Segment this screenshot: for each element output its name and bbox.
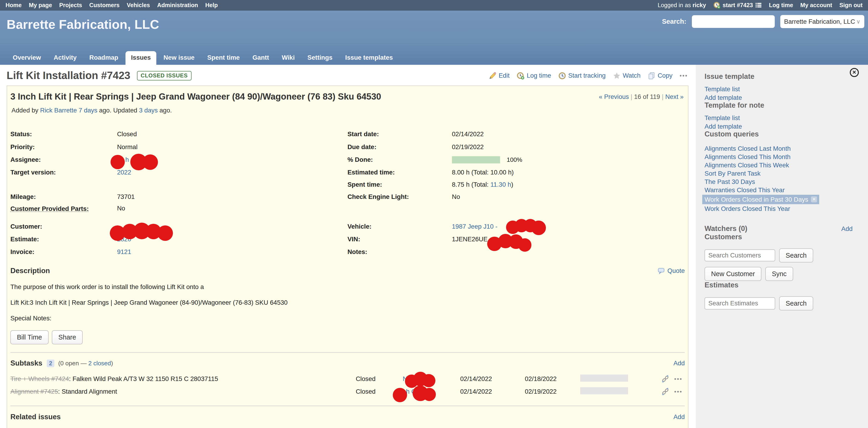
estimated-time-label: Estimated time: <box>347 169 452 176</box>
project-jump-select[interactable]: Barrette Fabrication, LLC ∨ <box>780 15 864 28</box>
subtask-status: Closed <box>356 388 395 395</box>
customer-provided-parts-label: Customer Provided Parts: <box>10 205 89 212</box>
custom-query-link[interactable]: Alignments Closed Last Month <box>705 145 790 152</box>
total-spent-time-link[interactable]: 11.30 h <box>490 181 511 188</box>
tab-issues[interactable]: Issues <box>125 51 156 64</box>
add-related-issue-link[interactable]: Add <box>674 413 685 421</box>
issue-template-heading: Issue template <box>705 73 859 81</box>
subtask-more-button[interactable]: ••• <box>674 388 682 395</box>
search-customers-input[interactable] <box>705 249 775 262</box>
subtasks-summary: (0 open — 2 closed) <box>58 360 113 367</box>
redaction-mark <box>531 221 546 235</box>
topbar-help[interactable]: Help <box>205 2 218 8</box>
tab-issue-templates[interactable]: Issue templates <box>340 51 398 64</box>
updated-ago-link[interactable]: 3 days <box>139 107 158 114</box>
share-button[interactable]: Share <box>52 330 83 344</box>
issue-details-box: « Previous | 16 of 119 | Next » 3 Inch L… <box>7 86 689 428</box>
template-list-link[interactable]: Template list <box>705 86 859 93</box>
edit-button[interactable]: Edit <box>489 72 510 80</box>
topbar-administration[interactable]: Administration <box>157 2 198 8</box>
subtask-assignee[interactable]: N <box>395 375 460 382</box>
tab-gantt[interactable]: Gantt <box>247 51 274 64</box>
topbar-log-time[interactable]: Log time <box>769 2 793 8</box>
tab-wiki[interactable]: Wiki <box>276 51 300 64</box>
log-time-button[interactable]: Log time <box>517 72 551 80</box>
created-ago-link[interactable]: 7 days <box>79 107 97 114</box>
unlink-icon[interactable] <box>661 388 669 396</box>
tab-roadmap[interactable]: Roadmap <box>84 51 124 64</box>
topbar-my-page[interactable]: My page <box>29 2 52 8</box>
tab-new-issue[interactable]: New issue <box>158 51 200 64</box>
topbar-sign-out[interactable]: Sign out <box>839 2 863 8</box>
subtasks-heading: Subtasks <box>10 359 42 367</box>
redaction-mark <box>524 219 537 232</box>
add-template-link[interactable]: Add template <box>705 94 859 101</box>
start-tracking-button[interactable]: Start tracking <box>558 72 606 80</box>
star-icon <box>613 72 621 80</box>
subtask-progress-bar <box>580 387 628 394</box>
next-issue-link[interactable]: Next » <box>665 93 684 100</box>
search-input[interactable] <box>692 15 775 28</box>
topbar-customers[interactable]: Customers <box>89 2 120 8</box>
copy-button[interactable]: Copy <box>648 72 673 80</box>
invoice-link[interactable]: 9121 <box>117 248 131 255</box>
add-subtask-link[interactable]: Add <box>674 360 685 367</box>
watch-button[interactable]: Watch <box>613 72 641 80</box>
tracker-list-icon[interactable] <box>755 2 762 8</box>
custom-query-link[interactable]: Warranties Closed This Year <box>705 187 785 194</box>
previous-issue-link[interactable]: « Previous <box>599 93 629 100</box>
custom-query-link[interactable]: Alignments Closed This Month <box>705 153 790 161</box>
sync-button[interactable]: Sync <box>765 267 793 281</box>
unlink-icon[interactable] <box>661 375 669 383</box>
note-add-template-link[interactable]: Add template <box>705 123 859 130</box>
subtask-title: Falken Wild Peak A/T3 W 32 1150 R15 C 28… <box>72 375 218 382</box>
custom-query-selected[interactable]: Work Orders Closed in Past 30 Days✕ <box>702 195 819 204</box>
custom-query-link[interactable]: Sort By Parent Task <box>705 170 761 177</box>
tab-activity[interactable]: Activity <box>48 51 82 64</box>
estimates-heading: Estimates <box>705 281 859 289</box>
tab-spent-time[interactable]: Spent time <box>202 51 245 64</box>
new-customer-button[interactable]: New Customer <box>705 267 762 281</box>
target-version-link[interactable]: 2022 <box>117 169 131 176</box>
add-watcher-link[interactable]: Add <box>841 225 852 233</box>
time-tracker-start[interactable]: start #7423 <box>713 2 762 9</box>
subtasks-section-head: Subtasks 2 (0 open — 2 closed) Add <box>10 359 685 367</box>
clock-plus-icon <box>517 72 525 80</box>
search-customers-button[interactable]: Search <box>779 249 813 262</box>
search-estimates-input[interactable] <box>705 297 775 310</box>
subtask-ref-link[interactable]: Alignment #7425 <box>10 388 58 395</box>
description-section: Description Quote The purpose of this wo… <box>10 267 685 344</box>
custom-query-link[interactable]: Work Orders Closed This Year <box>705 205 790 212</box>
topbar-home[interactable]: Home <box>5 2 22 8</box>
quote-button[interactable]: Quote <box>657 267 685 275</box>
estimate-link[interactable]: 2820 <box>117 235 131 243</box>
search-estimates-button[interactable]: Search <box>779 296 813 310</box>
description-paragraph: The purpose of this work order is to ins… <box>10 283 685 291</box>
closed-subtasks-link[interactable]: 2 closed <box>88 360 111 367</box>
topbar-projects[interactable]: Projects <box>59 2 82 8</box>
vehicle-value: 1987 Jeep J10 - <box>452 223 685 230</box>
notes-label: Notes: <box>347 248 452 256</box>
bill-time-button[interactable]: Bill Time <box>10 330 49 344</box>
author-link[interactable]: Rick Barrette <box>40 107 77 114</box>
vehicle-link[interactable]: 1987 Jeep J10 - <box>452 223 498 230</box>
custom-queries-list: Alignments Closed Last Month Alignments … <box>705 145 859 212</box>
redaction-mark <box>515 219 528 232</box>
subtask-assignee[interactable]: h C <box>395 388 460 395</box>
custom-query-link[interactable]: Alignments Closed This Week <box>705 162 789 169</box>
topbar-my-account[interactable]: My account <box>800 2 832 8</box>
more-actions-button[interactable]: ••• <box>680 73 688 79</box>
topbar-vehicles[interactable]: Vehicles <box>127 2 150 8</box>
custom-query-link[interactable]: The Past 30 Days <box>705 178 755 185</box>
subtask-ref-link[interactable]: Tire + Wheels #7424 <box>10 375 69 382</box>
username: ricky <box>692 2 706 8</box>
redaction-mark <box>393 388 407 402</box>
tab-settings[interactable]: Settings <box>302 51 338 64</box>
close-icon[interactable]: ✕ <box>850 68 859 77</box>
tab-overview[interactable]: Overview <box>7 51 46 64</box>
clear-query-icon[interactable]: ✕ <box>811 196 817 202</box>
mileage-label: Mileage: <box>10 193 117 201</box>
subtask-more-button[interactable]: ••• <box>674 376 682 382</box>
note-template-list-link[interactable]: Template list <box>705 115 859 121</box>
assignee-value[interactable]: h C <box>117 156 347 164</box>
